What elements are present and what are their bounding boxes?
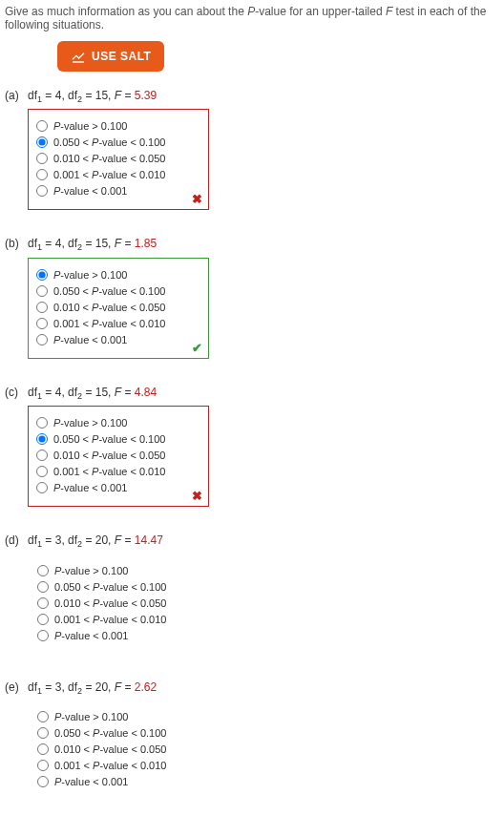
option-radio[interactable] xyxy=(37,760,49,771)
option-row: P-value > 0.100 xyxy=(37,565,201,576)
option-radio[interactable] xyxy=(36,482,48,493)
option-row: P-value < 0.001 xyxy=(37,630,201,641)
option-label: 0.050 < P-value < 0.100 xyxy=(53,285,165,297)
option-label: 0.010 < P-value < 0.050 xyxy=(53,450,165,461)
options-box: P-value > 0.1000.050 < P-value < 0.1000.… xyxy=(28,109,209,210)
option-radio[interactable] xyxy=(36,285,48,297)
question-header: (d)df1 = 3, df2 = 20, F = 14.47 xyxy=(5,534,499,549)
option-label: 0.050 < P-value < 0.100 xyxy=(53,433,165,445)
option-row: P-value < 0.001 xyxy=(36,185,200,197)
option-label: 0.001 < P-value < 0.010 xyxy=(54,614,166,625)
correct-icon: ✔ xyxy=(192,341,202,355)
option-radio[interactable] xyxy=(36,334,48,345)
part-label: (c) xyxy=(5,386,28,399)
option-label: 0.001 < P-value < 0.010 xyxy=(53,169,165,180)
option-label: P-value > 0.100 xyxy=(53,269,127,281)
option-radio[interactable] xyxy=(36,153,48,164)
option-row: 0.010 < P-value < 0.050 xyxy=(36,302,200,313)
option-radio[interactable] xyxy=(37,597,49,609)
option-row: P-value < 0.001 xyxy=(36,482,200,493)
use-salt-button[interactable]: USE SALT xyxy=(57,41,164,72)
option-row: 0.050 < P-value < 0.100 xyxy=(37,727,201,739)
option-radio[interactable] xyxy=(36,120,48,132)
option-label: 0.001 < P-value < 0.010 xyxy=(53,318,165,329)
question-header: (e)df1 = 3, df2 = 20, F = 2.62 xyxy=(5,680,499,696)
option-row: P-value > 0.100 xyxy=(36,120,200,132)
header-parameters: df1 = 3, df2 = 20, F = 14.47 xyxy=(28,534,163,549)
option-label: 0.010 < P-value < 0.050 xyxy=(54,597,166,609)
option-label: P-value < 0.001 xyxy=(53,482,127,493)
option-row: 0.010 < P-value < 0.050 xyxy=(36,450,200,461)
question-part-d: (d)df1 = 3, df2 = 20, F = 14.47P-value >… xyxy=(5,534,499,653)
question-header: (c)df1 = 4, df2 = 15, F = 4.84 xyxy=(5,386,499,401)
option-radio[interactable] xyxy=(36,417,48,429)
option-row: 0.010 < P-value < 0.050 xyxy=(36,153,200,164)
option-radio[interactable] xyxy=(36,450,48,461)
option-label: P-value > 0.100 xyxy=(53,120,127,132)
option-radio[interactable] xyxy=(36,302,48,313)
header-parameters: df1 = 4, df2 = 15, F = 4.84 xyxy=(28,386,157,401)
option-label: 0.050 < P-value < 0.100 xyxy=(53,136,165,148)
option-row: P-value > 0.100 xyxy=(37,711,201,722)
option-label: P-value < 0.001 xyxy=(53,334,127,345)
option-label: P-value < 0.001 xyxy=(53,185,127,197)
option-radio[interactable] xyxy=(37,776,49,787)
option-radio[interactable] xyxy=(36,185,48,197)
salt-label: USE SALT xyxy=(92,50,151,63)
part-label: (b) xyxy=(5,237,28,250)
option-label: 0.050 < P-value < 0.100 xyxy=(54,581,166,593)
option-row: 0.050 < P-value < 0.100 xyxy=(37,581,201,593)
option-label: 0.001 < P-value < 0.010 xyxy=(54,760,166,771)
part-label: (d) xyxy=(5,534,28,547)
option-label: 0.050 < P-value < 0.100 xyxy=(54,727,166,739)
option-row: 0.001 < P-value < 0.010 xyxy=(37,614,201,625)
incorrect-icon: ✖ xyxy=(192,489,202,503)
question-header: (b)df1 = 4, df2 = 15, F = 1.85 xyxy=(5,237,499,252)
option-radio[interactable] xyxy=(37,581,49,593)
question-part-a: (a)df1 = 4, df2 = 15, F = 5.39P-value > … xyxy=(5,89,499,210)
option-radio[interactable] xyxy=(36,433,48,445)
incorrect-icon: ✖ xyxy=(192,192,202,206)
header-parameters: df1 = 4, df2 = 15, F = 5.39 xyxy=(28,89,157,104)
option-label: P-value > 0.100 xyxy=(54,565,128,576)
option-label: 0.010 < P-value < 0.050 xyxy=(54,743,166,755)
option-radio[interactable] xyxy=(37,565,49,576)
option-label: P-value > 0.100 xyxy=(54,711,128,722)
header-parameters: df1 = 4, df2 = 15, F = 1.85 xyxy=(28,237,157,252)
option-radio[interactable] xyxy=(37,614,49,625)
option-row: 0.001 < P-value < 0.010 xyxy=(36,318,200,329)
option-radio[interactable] xyxy=(37,727,49,739)
part-label: (e) xyxy=(5,680,28,694)
option-row: 0.001 < P-value < 0.010 xyxy=(36,466,200,477)
option-radio[interactable] xyxy=(36,318,48,329)
option-row: P-value < 0.001 xyxy=(37,776,201,787)
options-box: P-value > 0.1000.050 < P-value < 0.1000.… xyxy=(28,701,209,800)
option-row: 0.050 < P-value < 0.100 xyxy=(36,285,200,297)
option-row: 0.050 < P-value < 0.100 xyxy=(36,136,200,148)
option-label: P-value < 0.001 xyxy=(54,776,128,787)
option-radio[interactable] xyxy=(36,169,48,180)
option-row: 0.010 < P-value < 0.050 xyxy=(37,743,201,755)
option-label: P-value < 0.001 xyxy=(54,630,128,641)
option-label: 0.010 < P-value < 0.050 xyxy=(53,153,165,164)
option-row: P-value > 0.100 xyxy=(36,269,200,281)
option-label: 0.010 < P-value < 0.050 xyxy=(53,302,165,313)
option-radio[interactable] xyxy=(37,743,49,755)
option-radio[interactable] xyxy=(36,466,48,477)
option-label: P-value > 0.100 xyxy=(53,417,127,429)
options-box: P-value > 0.1000.050 < P-value < 0.1000.… xyxy=(28,554,209,654)
question-part-c: (c)df1 = 4, df2 = 15, F = 4.84P-value > … xyxy=(5,386,499,507)
options-box: P-value > 0.1000.050 < P-value < 0.1000.… xyxy=(28,406,209,507)
question-part-b: (b)df1 = 4, df2 = 15, F = 1.85P-value > … xyxy=(5,237,499,358)
option-row: 0.010 < P-value < 0.050 xyxy=(37,597,201,609)
chart-icon xyxy=(71,49,86,64)
option-label: 0.001 < P-value < 0.010 xyxy=(53,466,165,477)
option-radio[interactable] xyxy=(36,136,48,148)
header-parameters: df1 = 3, df2 = 20, F = 2.62 xyxy=(28,680,157,696)
option-row: 0.050 < P-value < 0.100 xyxy=(36,433,200,445)
option-radio[interactable] xyxy=(36,269,48,281)
option-radio[interactable] xyxy=(37,630,49,641)
instructions-text: Give as much information as you can abou… xyxy=(5,5,499,31)
option-radio[interactable] xyxy=(37,711,49,722)
question-header: (a)df1 = 4, df2 = 15, F = 5.39 xyxy=(5,89,499,104)
